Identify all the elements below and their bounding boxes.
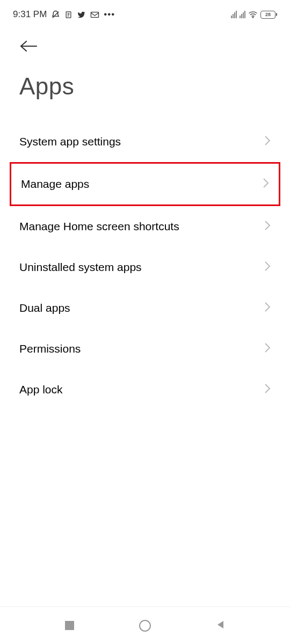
recents-button[interactable]: [65, 621, 74, 630]
menu-label: Permissions: [19, 342, 81, 355]
back-nav-button[interactable]: [216, 620, 226, 632]
menu-item-permissions[interactable]: Permissions: [0, 328, 290, 369]
svg-point-6: [252, 17, 253, 18]
svg-rect-5: [91, 12, 99, 17]
status-bar: 9:31 PM ••• 28: [0, 0, 290, 27]
status-time: 9:31 PM: [13, 9, 47, 20]
chevron-right-icon: [264, 261, 271, 274]
menu-item-uninstalled-system-apps[interactable]: Uninstalled system apps: [0, 247, 290, 288]
battery-level: 28: [260, 11, 276, 19]
menu-label: Uninstalled system apps: [19, 261, 142, 274]
menu-label: Dual apps: [19, 302, 70, 314]
home-button[interactable]: [139, 620, 151, 632]
chevron-right-icon: [263, 178, 269, 191]
page-title: Apps: [0, 60, 290, 121]
menu-label: App lock: [19, 383, 63, 396]
battery-indicator: 28: [260, 11, 277, 19]
status-right: 28: [231, 11, 277, 19]
circle-icon: [139, 620, 151, 632]
menu-label: Manage Home screen shortcuts: [19, 220, 179, 233]
square-icon: [65, 621, 74, 630]
mute-icon: [51, 10, 60, 19]
menu-label: Manage apps: [21, 178, 89, 191]
menu-item-manage-apps[interactable]: Manage apps: [10, 162, 280, 206]
svg-marker-8: [218, 621, 223, 628]
menu-item-manage-home-shortcuts[interactable]: Manage Home screen shortcuts: [0, 206, 290, 247]
gmail-icon: [90, 11, 99, 18]
menu-item-app-lock[interactable]: App lock: [0, 369, 290, 410]
navigation-bar: [0, 606, 290, 644]
more-icon: •••: [104, 9, 115, 20]
chevron-right-icon: [264, 220, 271, 233]
wifi-icon: [248, 11, 258, 18]
menu-list: System app settings Manage apps Manage H…: [0, 121, 290, 410]
chevron-right-icon: [264, 342, 271, 355]
chevron-right-icon: [264, 383, 271, 396]
menu-item-system-app-settings[interactable]: System app settings: [0, 121, 290, 162]
status-left: 9:31 PM •••: [13, 9, 115, 20]
triangle-left-icon: [216, 620, 226, 632]
signal-icon-2: [240, 11, 245, 18]
chevron-right-icon: [264, 135, 271, 148]
menu-label: System app settings: [19, 135, 121, 148]
twitter-icon: [77, 11, 86, 19]
signal-icon-1: [231, 11, 237, 18]
back-button[interactable]: [19, 40, 39, 55]
menu-item-dual-apps[interactable]: Dual apps: [0, 288, 290, 328]
document-icon: [64, 10, 73, 19]
chevron-right-icon: [264, 302, 271, 314]
